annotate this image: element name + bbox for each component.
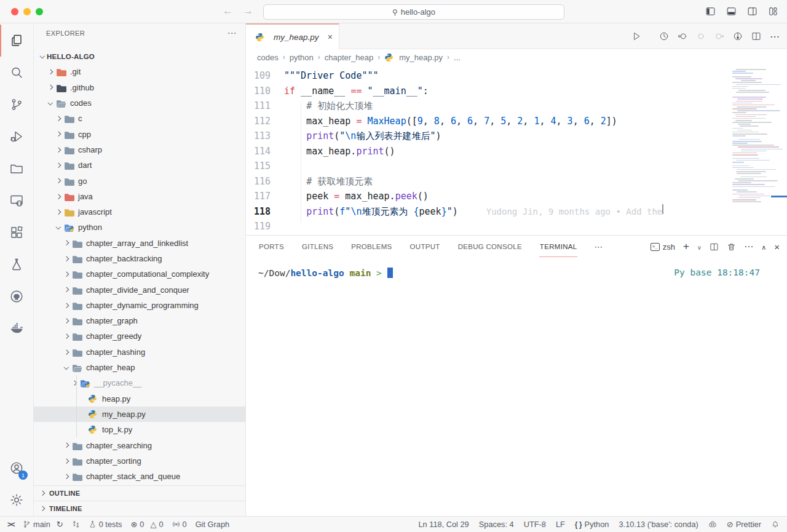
tree-folder-java[interactable]: java <box>34 189 245 204</box>
tree-file-heap-py[interactable]: heap.py <box>34 391 245 407</box>
close-window-button[interactable] <box>11 8 18 15</box>
tree-folder-python[interactable]: python <box>34 220 245 235</box>
tree-folder-codes[interactable]: codes <box>34 95 245 111</box>
status-python[interactable]: { }Python <box>575 520 609 529</box>
customize-layout-icon[interactable] <box>768 6 778 17</box>
code-editor[interactable]: 109"""Driver Code"""110if __name__ == "_… <box>246 65 787 235</box>
minimize-window-button[interactable] <box>23 8 31 15</box>
panel-more-actions-icon[interactable]: ⋯ <box>744 241 753 252</box>
activity-remote-explorer-icon[interactable] <box>0 185 33 216</box>
panel-tab-ports[interactable]: PORTS <box>258 237 285 256</box>
close-panel-icon[interactable]: × <box>774 242 780 252</box>
minimap[interactable] <box>732 69 779 205</box>
run-icon[interactable] <box>632 31 642 41</box>
status-lf[interactable]: LF <box>556 520 565 529</box>
panel-tab-problems[interactable]: PROBLEMS <box>350 237 392 256</box>
tree-folder--git[interactable]: .git <box>34 64 245 79</box>
next-change-icon[interactable] <box>714 31 724 41</box>
explorer-more-actions-icon[interactable]: ⋯ <box>227 28 237 39</box>
panel-tabs-more-icon[interactable]: ⋯ <box>594 242 603 252</box>
activity-testing-icon[interactable] <box>0 248 33 280</box>
command-center-search[interactable]: ⚲ hello-algo <box>263 4 564 20</box>
tree-folder-chapter-dynamic-programming[interactable]: chapter_dynamic_programming <box>34 298 245 313</box>
tree-folder-chapter-searching[interactable]: chapter_searching <box>34 437 245 453</box>
breadcrumb-item[interactable]: chapter_heap <box>325 53 374 62</box>
activity-project-manager-icon[interactable] <box>0 153 33 185</box>
breadcrumb-item[interactable]: my_heap.py <box>399 53 443 62</box>
tab-close-icon[interactable]: × <box>328 32 333 42</box>
breadcrumb-item[interactable]: ... <box>454 53 461 62</box>
previous-change-icon[interactable] <box>678 31 687 41</box>
tab-my-heap[interactable]: my_heap.py × <box>246 23 339 49</box>
activity-accounts-icon[interactable]: 1 <box>0 452 33 484</box>
breadcrumb-item[interactable]: python <box>290 53 314 62</box>
activity-source-control-icon[interactable] <box>0 89 33 121</box>
activity-docker-icon[interactable] <box>0 312 33 344</box>
tree-folder-chapter-sorting[interactable]: chapter_sorting <box>34 453 245 469</box>
tree-folder-c[interactable]: c <box>34 111 245 126</box>
tree-folder-dart[interactable]: dart <box>34 157 245 173</box>
tree-folder-chapter-stack-and-queue[interactable]: chapter_stack_and_queue <box>34 469 245 484</box>
status-ln-118-col-29[interactable]: Ln 118, Col 29 <box>418 520 469 529</box>
activity-extensions-icon[interactable] <box>0 216 33 248</box>
split-terminal-icon[interactable] <box>710 242 719 252</box>
panel-tab-gitlens[interactable]: GITLENS <box>301 237 334 256</box>
tree-folder-hello-algo[interactable]: HELLO-ALGO <box>34 49 245 64</box>
status-0[interactable]: ⊗0△0 <box>130 520 163 529</box>
status-remote[interactable]: >< <box>7 520 14 529</box>
terminal-dropdown-icon[interactable]: ∨ <box>697 242 702 252</box>
status-git-compare[interactable] <box>72 520 80 528</box>
activity-run-and-debug-icon[interactable] <box>0 121 33 153</box>
split-editor-icon[interactable] <box>751 31 761 41</box>
change-icon[interactable] <box>696 31 706 41</box>
tree-folder-csharp[interactable]: csharp <box>34 142 245 157</box>
activity-settings-icon[interactable] <box>0 484 33 516</box>
outline-section[interactable]: OUTLINE <box>34 485 245 501</box>
tree-file-my-heap-py[interactable]: my_heap.py <box>34 407 245 422</box>
tree-folder-go[interactable]: go <box>34 173 245 188</box>
status-utf-8[interactable]: UTF-8 <box>524 520 546 529</box>
tree-folder-chapter-heap[interactable]: chapter_heap <box>34 360 245 375</box>
toggle-primary-sidebar-icon[interactable] <box>705 6 716 17</box>
more-actions-icon[interactable]: ⋯ <box>770 31 780 42</box>
maximize-panel-icon[interactable]: ∧ <box>761 242 766 252</box>
toggle-panel-icon[interactable] <box>726 6 737 17</box>
gitlens-icon[interactable] <box>733 31 743 41</box>
tree-folder-chapter-array-and-linkedlist[interactable]: chapter_array_and_linkedlist <box>34 236 245 251</box>
status-git-graph[interactable]: Git Graph <box>196 520 229 529</box>
activity-search-icon[interactable] <box>0 57 33 89</box>
status-bell[interactable] <box>771 520 780 529</box>
terminal-shell-selector[interactable]: >_zsh <box>651 242 675 252</box>
tree-folder-javascript[interactable]: javascript <box>34 204 245 220</box>
status-spaces-4[interactable]: Spaces: 4 <box>479 520 514 529</box>
zoom-window-button[interactable] <box>36 8 43 15</box>
tree-folder-cpp[interactable]: cpp <box>34 126 245 141</box>
tree-file-top-k-py[interactable]: top_k.py <box>34 422 245 437</box>
breadcrumb-item[interactable]: codes <box>257 53 279 62</box>
tree-folder--pycache-[interactable]: __pycache__ <box>34 375 245 391</box>
tree-folder--github[interactable]: .github <box>34 80 245 95</box>
status-prettier[interactable]: ⊘Prettier <box>727 520 761 529</box>
activity-github-icon[interactable] <box>0 280 33 312</box>
status-main[interactable]: main↻ <box>23 520 63 529</box>
file-history-icon[interactable] <box>659 31 669 41</box>
new-terminal-icon[interactable]: + <box>683 240 689 253</box>
panel-tab-terminal[interactable]: TERMINAL <box>539 237 578 257</box>
timeline-section[interactable]: TIMELINE <box>34 501 245 516</box>
status-copilot[interactable] <box>708 520 717 529</box>
tree-folder-chapter-greedy[interactable]: chapter_greedy <box>34 328 245 344</box>
tree-folder-chapter-backtracking[interactable]: chapter_backtracking <box>34 251 245 266</box>
nav-forward-icon[interactable]: → <box>243 5 253 17</box>
terminal[interactable]: ~/Dow/hello-algo main > Py base 18:18:47 <box>246 258 787 516</box>
tree-folder-chapter-computational-complexity[interactable]: chapter_computational_complexity <box>34 266 245 282</box>
nav-back-icon[interactable]: ← <box>223 5 233 17</box>
activity-explorer-icon[interactable] <box>0 25 33 57</box>
status-0-tests[interactable]: 0 tests <box>89 520 122 529</box>
status-0[interactable]: 0 <box>172 520 187 529</box>
panel-tab-debug-console[interactable]: DEBUG CONSOLE <box>457 237 523 256</box>
panel-tab-output[interactable]: OUTPUT <box>409 237 441 256</box>
status-3-10-13-base-conda-[interactable]: 3.10.13 ('base': conda) <box>619 520 698 529</box>
tree-folder-chapter-divide-and-conquer[interactable]: chapter_divide_and_conquer <box>34 282 245 297</box>
tree-folder-chapter-hashing[interactable]: chapter_hashing <box>34 344 245 360</box>
toggle-secondary-sidebar-icon[interactable] <box>747 6 757 17</box>
